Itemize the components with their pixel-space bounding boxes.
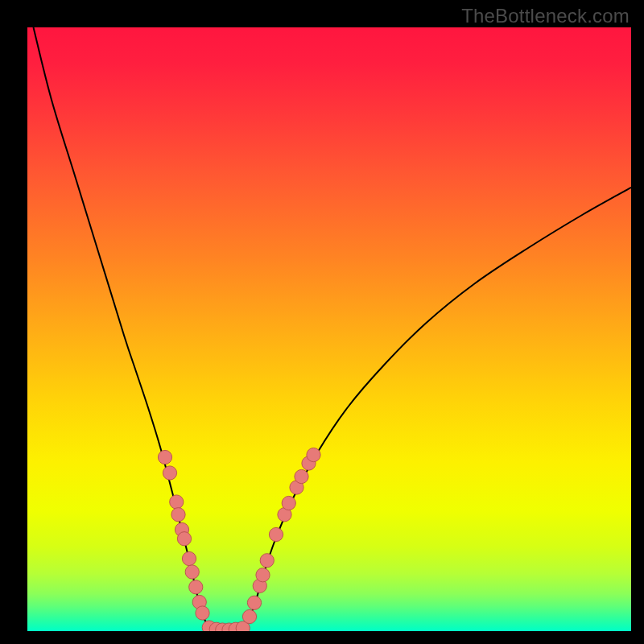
watermark-text: TheBottleneck.com xyxy=(461,5,630,27)
data-point xyxy=(269,527,283,541)
data-point xyxy=(182,551,196,565)
data-point xyxy=(158,450,171,464)
data-point xyxy=(196,606,209,620)
data-point xyxy=(185,565,199,579)
data-point xyxy=(177,532,191,546)
data-point xyxy=(282,496,295,510)
plot-area xyxy=(27,27,631,631)
data-point xyxy=(260,554,274,568)
data-point xyxy=(171,508,185,522)
curve-layer xyxy=(27,27,631,631)
data-point xyxy=(170,495,184,509)
data-point xyxy=(242,609,256,623)
data-point xyxy=(189,580,203,594)
chart-frame: TheBottleneck.com xyxy=(0,0,644,644)
data-point xyxy=(163,466,176,480)
data-point xyxy=(307,448,320,461)
bottleneck-curve xyxy=(34,27,632,630)
data-point xyxy=(256,568,270,582)
data-point xyxy=(295,469,308,483)
data-point xyxy=(247,596,261,609)
